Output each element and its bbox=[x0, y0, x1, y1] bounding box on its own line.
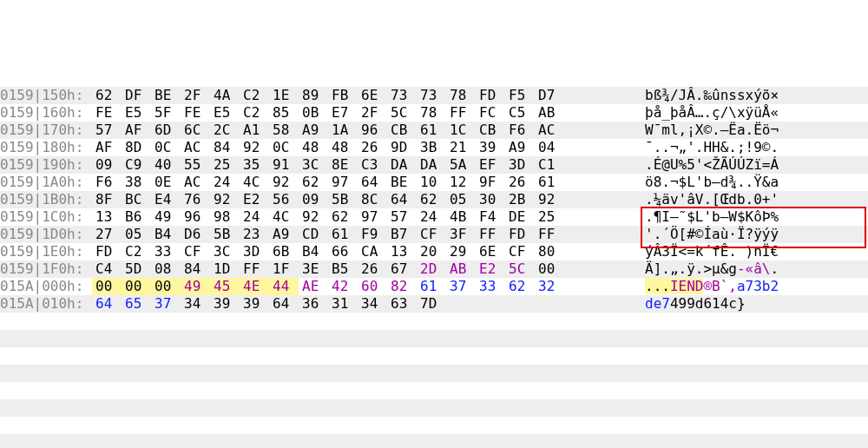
row-address: 015A|000h: bbox=[0, 278, 92, 295]
hex-bytes: C45D08841DFF1F3EB526672DABE25C00 bbox=[92, 260, 641, 278]
ascii-column: Ä].„.ÿ.>µ&g-«â\. bbox=[641, 260, 868, 278]
hex-row[interactable]: 0159|1C0h:13B6499698244C92629757244BF4DE… bbox=[0, 208, 868, 226]
ascii-column: þå_þåÂ….ç/\xÿüÅ« bbox=[641, 104, 868, 122]
empty-row bbox=[0, 399, 868, 417]
hex-row[interactable]: 0159|180h:AF8D0CAC84920C4848269D3B2139A9… bbox=[0, 139, 868, 156]
hex-row[interactable]: 0159|1D0h:2705B4D65B23A9CD61F9B7CF3FFFFD… bbox=[0, 226, 868, 243]
ascii-column: .¼äv'âV.[Œdb.0+' bbox=[641, 191, 868, 208]
empty-row bbox=[0, 382, 868, 399]
empty-row bbox=[0, 347, 868, 365]
row-address: 0159|1A0h: bbox=[0, 174, 92, 191]
hex-bytes: 13B6499698244C92629757244BF4DE25 bbox=[92, 208, 641, 226]
hex-bytes: FEE55FFEE5C2850BE72F5C78FFFCC5AB bbox=[92, 104, 641, 122]
empty-row bbox=[0, 434, 868, 448]
hex-bytes: 64653734393964363134637D bbox=[92, 295, 641, 313]
hex-bytes: AF8D0CAC84920C4848269D3B2139A904 bbox=[92, 139, 641, 156]
empty-row bbox=[0, 313, 868, 330]
hex-row[interactable]: 0159|1B0h:8FBCE47692E256095B8C646205302B… bbox=[0, 191, 868, 208]
hex-dump-view: { "rows":[ {"addr":"0159|150h:","hex":["… bbox=[0, 17, 868, 448]
ascii-column: ýÂ3Ï<=k´fÊ. )nÏ€ bbox=[641, 243, 868, 260]
ascii-column: W¯ml,¡X©.–Ëa.Ëö¬ bbox=[641, 122, 868, 139]
hex-bytes: 8FBCE47692E256095B8C646205302B92 bbox=[92, 191, 641, 208]
hex-row[interactable]: 015A|010h:64653734393964363134637Dde7499… bbox=[0, 295, 868, 313]
row-address: 0159|1F0h: bbox=[0, 260, 92, 278]
row-address: 0159|1C0h: bbox=[0, 208, 92, 226]
hex-row[interactable]: 0159|1A0h:F6380EAC244C92629764BE10129F26… bbox=[0, 174, 868, 191]
row-address: 0159|1E0h: bbox=[0, 243, 92, 260]
ascii-column: ...IEND®B`‚a73b2 bbox=[641, 278, 868, 295]
ascii-column: ö8.¬$L'b—d¾..Ÿ&a bbox=[641, 174, 868, 191]
ascii-column: .¶I–˜$L'b—W$KôÞ% bbox=[641, 208, 868, 226]
ascii-column: bß¾/JÂ.‰ûnssxýõ× bbox=[641, 87, 868, 104]
hex-row[interactable]: 0159|160h:FEE55FFEE5C2850BE72F5C78FFFCC5… bbox=[0, 104, 868, 122]
hex-bytes: F6380EAC244C92629764BE10129F2661 bbox=[92, 174, 641, 191]
empty-row bbox=[0, 417, 868, 434]
ascii-column: '.´Ö[#©Íaù·Ï?ÿýÿ bbox=[641, 226, 868, 243]
row-address: 0159|180h: bbox=[0, 139, 92, 156]
hex-row[interactable]: 0159|170h:57AF6D6C2CA158A91A96CB611CCBF6… bbox=[0, 122, 868, 139]
hex-row[interactable]: 0159|1F0h:C45D08841DFF1F3EB526672DABE25C… bbox=[0, 260, 868, 278]
row-address: 0159|1B0h: bbox=[0, 191, 92, 208]
empty-row bbox=[0, 330, 868, 347]
hex-row[interactable]: 0159|150h:62DFBE2F4AC21E89FB6E737378FDF5… bbox=[0, 87, 868, 104]
ascii-column: ¯..¬„'.HH&.;!9©. bbox=[641, 139, 868, 156]
row-address: 0159|150h: bbox=[0, 87, 92, 104]
hex-bytes: 57AF6D6C2CA158A91A96CB611CCBF6AC bbox=[92, 122, 641, 139]
empty-row bbox=[0, 365, 868, 382]
row-address: 015A|010h: bbox=[0, 295, 92, 313]
hex-row[interactable]: 015A|000h:00000049454E44AE42608261373362… bbox=[0, 278, 868, 295]
hex-row[interactable]: 0159|190h:09C940552535913C8EC3DADA5AEF3D… bbox=[0, 156, 868, 174]
hex-row[interactable]: 0159|1E0h:FDC233CF3C3D6BB466CA1320296ECF… bbox=[0, 243, 868, 260]
hex-bytes: 00000049454E44AE4260826137336232 bbox=[92, 278, 641, 295]
hex-bytes: 2705B4D65B23A9CD61F9B7CF3FFFFDFF bbox=[92, 226, 641, 243]
row-address: 0159|1D0h: bbox=[0, 226, 92, 243]
row-address: 0159|170h: bbox=[0, 122, 92, 139]
row-address: 0159|160h: bbox=[0, 104, 92, 122]
ascii-column: de7499d614c} bbox=[641, 295, 868, 313]
ascii-column: .É@U%5'<ŽÃÚÚZï=Á bbox=[641, 156, 868, 174]
hex-bytes: 09C940552535913C8EC3DADA5AEF3DC1 bbox=[92, 156, 641, 174]
row-address: 0159|190h: bbox=[0, 156, 92, 174]
hex-bytes: FDC233CF3C3D6BB466CA1320296ECF80 bbox=[92, 243, 641, 260]
hex-bytes: 62DFBE2F4AC21E89FB6E737378FDF5D7 bbox=[92, 87, 641, 104]
